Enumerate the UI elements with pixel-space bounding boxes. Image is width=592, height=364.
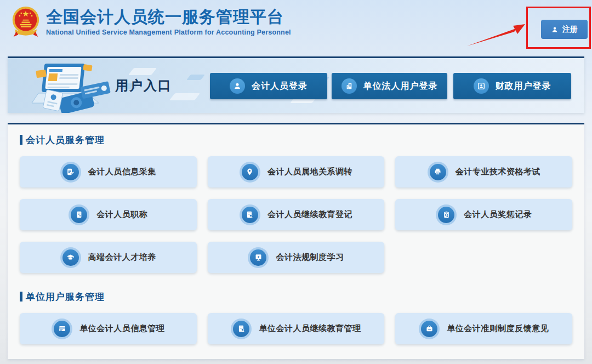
- page: 全国会计人员统一服务管理平台 National Unified Service …: [0, 0, 592, 364]
- services-panel: 会计人员服务管理 会计人员信息采集 会计人员属地关系调转 会计专业技术资格考试 …: [8, 123, 584, 359]
- service-card[interactable]: 会计法规制度学习: [208, 242, 385, 273]
- doc-lines-icon: [71, 207, 87, 223]
- service-card[interactable]: 会计人员奖惩记录: [395, 199, 572, 230]
- service-card-label: 单位会计人员信息管理: [79, 323, 164, 334]
- service-card[interactable]: 单位会计人员继续教育管理: [208, 313, 385, 344]
- service-card[interactable]: 会计人员继续教育登记: [208, 199, 385, 230]
- page-subtitle: National Unified Service Management Plat…: [46, 29, 291, 36]
- section-title: 会计人员服务管理: [20, 133, 572, 146]
- service-card[interactable]: 单位会计准则制度反馈意见: [395, 313, 572, 344]
- service-card-label: 会计专业技术资格考试: [456, 167, 540, 177]
- service-card[interactable]: 单位会计人员信息管理: [20, 313, 197, 344]
- page-title: 全国会计人员统一服务管理平台: [46, 7, 291, 27]
- doc-search-icon: [233, 321, 249, 337]
- service-cards: 会计人员信息采集 会计人员属地关系调转 会计专业技术资格考试 会计人员职称 会计…: [20, 156, 572, 273]
- service-card-label: 单位会计人员继续教育管理: [259, 323, 361, 334]
- brand: 全国会计人员统一服务管理平台 National Unified Service …: [46, 7, 291, 36]
- section-title-text: 单位用户服务管理: [26, 291, 105, 303]
- entry-title: 用户入口: [115, 58, 172, 113]
- service-card-label: 高端会计人才培养: [88, 252, 156, 263]
- annotation-arrow: [467, 20, 531, 49]
- play-screen-icon: [250, 249, 266, 266]
- login-button-label: 会计人员登录: [252, 81, 308, 92]
- service-card-label: 单位会计准则制度反馈意见: [447, 323, 549, 334]
- service-card-label: 会计法规制度学习: [276, 252, 344, 263]
- id-card-icon: [54, 321, 70, 337]
- banner-illustration: [16, 59, 121, 113]
- clipboard-search-icon: [438, 207, 454, 223]
- section-title-text: 会计人员服务管理: [26, 134, 105, 146]
- section-title-bar: [20, 292, 22, 302]
- service-card-label: 会计人员继续教育登记: [267, 209, 352, 220]
- header: 全国会计人员统一服务管理平台 National Unified Service …: [0, 0, 592, 52]
- graduation-cap-icon: [62, 249, 79, 266]
- doc-search-icon: [242, 207, 258, 223]
- doc-edit-icon: [62, 164, 79, 180]
- user-icon: [551, 26, 559, 33]
- banner-decoration: [186, 75, 205, 80]
- user-entry-banner: 用户入口 会计人员登录 单位法人用户登录 财政用户登录: [8, 56, 584, 113]
- service-card-label: 会计人员信息采集: [88, 167, 156, 177]
- service-section: 会计人员服务管理 会计人员信息采集 会计人员属地关系调转 会计专业技术资格考试 …: [20, 133, 572, 273]
- login-button-label: 财政用户登录: [496, 81, 551, 92]
- service-card[interactable]: 高端会计人才培养: [20, 242, 197, 273]
- service-card[interactable]: 会计人员属地关系调转: [208, 156, 385, 187]
- building-icon: [341, 78, 357, 94]
- register-label: 注册: [562, 25, 578, 35]
- user-frame-icon: [474, 78, 489, 94]
- service-card[interactable]: 会计人员信息采集: [20, 156, 197, 187]
- service-card-label: 会计人员奖惩记录: [464, 209, 532, 220]
- service-card[interactable]: 会计人员职称: [20, 199, 197, 230]
- printer-icon: [430, 164, 446, 180]
- service-card-label: 会计人员职称: [96, 209, 147, 220]
- login-button-1[interactable]: 单位法人用户登录: [332, 73, 447, 99]
- login-button-2[interactable]: 财政用户登录: [453, 73, 571, 99]
- service-card[interactable]: 会计专业技术资格考试: [395, 156, 572, 187]
- section-title: 单位用户服务管理: [20, 290, 572, 303]
- login-button-0[interactable]: 会计人员登录: [210, 73, 327, 99]
- service-cards: 单位会计人员信息管理 单位会计人员继续教育管理 单位会计准则制度反馈意见: [20, 313, 572, 344]
- location-pin-icon: [242, 164, 258, 180]
- national-emblem-icon: [10, 5, 42, 39]
- annotation-highlight-box: 注册: [526, 7, 591, 49]
- service-card-label: 会计人员属地关系调转: [267, 167, 352, 177]
- briefcase-icon: [421, 321, 437, 337]
- register-button[interactable]: 注册: [541, 20, 588, 39]
- service-section: 单位用户服务管理 单位会计人员信息管理 单位会计人员继续教育管理 单位会计准则制…: [20, 290, 572, 344]
- login-button-label: 单位法人用户登录: [363, 81, 438, 92]
- user-icon: [230, 78, 245, 94]
- section-title-bar: [20, 135, 22, 145]
- banner-decoration: [169, 93, 200, 100]
